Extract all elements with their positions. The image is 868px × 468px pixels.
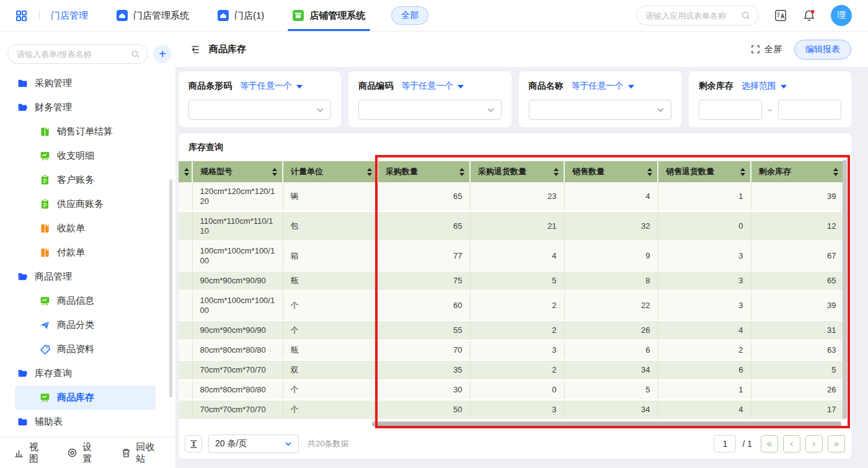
- value-cell: 34: [564, 400, 658, 420]
- column-header-4[interactable]: 采购数量: [378, 161, 470, 182]
- sidebar-item-label: 收支明细: [57, 150, 94, 162]
- page-number-input[interactable]: [714, 435, 736, 453]
- bell-icon[interactable]: [802, 9, 816, 22]
- tab-label: 门店管理系统: [133, 10, 189, 22]
- sidebar-item-1[interactable]: 采购管理: [0, 71, 175, 95]
- avatar[interactable]: 理: [831, 5, 852, 26]
- chevron-down-icon: [316, 106, 324, 114]
- sort-icon[interactable]: [554, 168, 559, 176]
- sidebar-item-12[interactable]: 商品资料: [0, 337, 175, 361]
- sidebar-item-8[interactable]: 付款单: [0, 241, 175, 265]
- sidebar-item-14[interactable]: 商品库存: [15, 386, 156, 410]
- sidebar-search[interactable]: [7, 44, 148, 64]
- sort-icon[interactable]: [184, 168, 189, 176]
- row-height-button[interactable]: [185, 435, 202, 453]
- table-row[interactable]: 120cm*120cm*120/120辆65234139: [179, 182, 844, 211]
- filter-operator[interactable]: 等于任意一个: [401, 81, 464, 92]
- next-page-button[interactable]: ›: [805, 435, 823, 453]
- value-cell: 60: [378, 291, 470, 320]
- value-cell: 22: [564, 291, 658, 320]
- tab-label: 店铺管理系统: [309, 10, 365, 22]
- sidebar-item-10[interactable]: 商品信息: [0, 289, 175, 313]
- page-size-select[interactable]: 20 条/页: [208, 435, 299, 453]
- apps-grid-icon[interactable]: [15, 9, 28, 22]
- sidebar-item-13[interactable]: 库存查询: [0, 361, 175, 386]
- column-header-6[interactable]: 销售数量: [564, 161, 658, 182]
- table-row[interactable]: 90cm*90cm*90/90个55226431: [179, 320, 844, 340]
- tab-2[interactable]: 门店(1): [218, 0, 264, 31]
- sidebar-search-input[interactable]: [16, 49, 127, 60]
- store-manage-link[interactable]: 门店管理: [51, 10, 88, 22]
- chevron-down-icon: [487, 106, 495, 114]
- filter-select[interactable]: [358, 100, 501, 120]
- sidebar-item-2[interactable]: 财务管理: [0, 95, 175, 120]
- fullscreen-button[interactable]: 全屏: [751, 44, 782, 55]
- inventory-table: 规格型号计量单位采购数量采购退货数量销售数量销售退货数量剩余库存 120cm*1…: [179, 161, 844, 420]
- table-row[interactable]: 100cm*100cm*100/100个60222339: [179, 291, 844, 320]
- sort-icon[interactable]: [740, 168, 745, 176]
- unit-cell: 双: [283, 360, 378, 380]
- table-row[interactable]: 100cm*100cm*100/100箱7749367: [179, 241, 844, 271]
- filter-operator[interactable]: 等于任意一个: [240, 81, 303, 92]
- all-pill[interactable]: 全部: [391, 6, 428, 25]
- footer-chart-bars[interactable]: 视图: [14, 441, 46, 465]
- column-label: 销售退货数量: [666, 166, 714, 177]
- tab-1[interactable]: 门店管理系统: [117, 0, 189, 31]
- table-row[interactable]: 90cm*90cm*90/90瓶7558365: [179, 271, 844, 291]
- table-row[interactable]: 70cm*70cm*70/70个50334417: [179, 400, 844, 420]
- column-header-1[interactable]: [179, 161, 192, 182]
- translate-icon[interactable]: [774, 9, 787, 22]
- filter-select[interactable]: [188, 100, 331, 120]
- table-row[interactable]: 70cm*70cm*70/70双3523465: [179, 360, 844, 380]
- table-row[interactable]: 80cm*80cm*80/80瓶7036263: [179, 340, 844, 360]
- horizontal-scrollbar[interactable]: [372, 422, 841, 426]
- sidebar-item-5[interactable]: 客户账务: [0, 168, 175, 192]
- table-row[interactable]: 80cm*80cm*80/80个3005126: [179, 380, 844, 400]
- caret-down-icon: [628, 85, 634, 89]
- sort-icon[interactable]: [272, 168, 277, 176]
- sidebar-item-4[interactable]: 收支明细: [0, 144, 175, 168]
- range-min-input[interactable]: [699, 100, 762, 120]
- folder-open-icon: [17, 102, 28, 113]
- sidebar-scrollbar[interactable]: [169, 179, 172, 397]
- column-header-5[interactable]: 采购退货数量: [470, 161, 564, 182]
- tab-3[interactable]: 店铺管理系统: [293, 0, 365, 31]
- add-form-button[interactable]: +: [153, 45, 172, 63]
- sort-icon[interactable]: [833, 168, 838, 176]
- sidebar-item-7[interactable]: 收款单: [0, 216, 175, 241]
- collapse-sidebar-icon[interactable]: [189, 44, 200, 55]
- filter-operator[interactable]: 选择范围: [742, 81, 787, 92]
- column-header-7[interactable]: 销售退货数量: [658, 161, 751, 182]
- first-page-button[interactable]: «: [761, 435, 778, 453]
- table-row[interactable]: 110cm*110cm*110/110包652132012: [179, 211, 844, 241]
- sidebar-item-6[interactable]: 供应商账务: [0, 192, 175, 216]
- sidebar-item-3[interactable]: 销售订单结算: [0, 120, 175, 144]
- row-select-cell: [179, 320, 192, 340]
- value-cell: 2: [470, 320, 564, 340]
- topbar-search[interactable]: [636, 6, 759, 25]
- column-header-3[interactable]: 计量单位: [283, 161, 378, 182]
- sidebar-item-15[interactable]: 辅助表: [0, 410, 175, 434]
- column-header-8[interactable]: 剩余库存: [751, 161, 844, 182]
- value-cell: 5: [564, 380, 658, 400]
- footer-trash[interactable]: 回收站: [121, 441, 162, 465]
- sidebar-item-label: 商品分类: [57, 319, 94, 331]
- topbar-search-input[interactable]: [644, 11, 737, 21]
- sort-icon[interactable]: [647, 168, 652, 176]
- sort-icon[interactable]: [459, 168, 464, 176]
- edit-report-button[interactable]: 编辑报表: [794, 40, 851, 60]
- sidebar-item-label: 采购管理: [35, 77, 72, 89]
- footer-gear[interactable]: 设置: [67, 441, 99, 465]
- filter-operator[interactable]: 等于任意一个: [572, 81, 634, 92]
- filter-select[interactable]: [529, 100, 671, 120]
- sidebar-item-9[interactable]: 商品管理: [0, 265, 175, 289]
- sort-icon[interactable]: [367, 168, 372, 176]
- column-label: 剩余库存: [759, 166, 791, 177]
- prev-page-button[interactable]: ‹: [783, 435, 800, 453]
- sidebar-item-11[interactable]: 商品分类: [0, 313, 175, 337]
- column-header-2[interactable]: 规格型号: [192, 161, 283, 182]
- spec-cell: 120cm*120cm*120/120: [192, 182, 283, 211]
- vertical-scrollbar[interactable]: [843, 160, 847, 419]
- last-page-button[interactable]: »: [828, 435, 845, 453]
- range-max-input[interactable]: [778, 100, 841, 120]
